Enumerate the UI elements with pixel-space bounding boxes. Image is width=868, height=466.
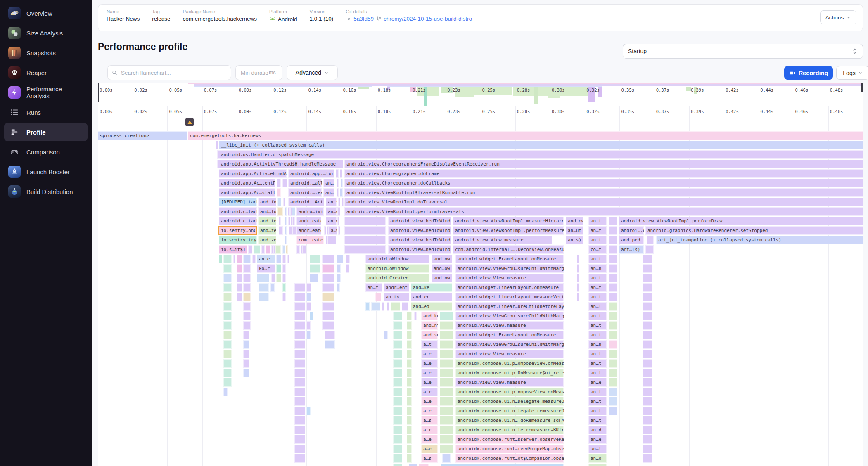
flame-frame[interactable]: an…l [588,302,607,311]
flame-frame[interactable]: a…e [421,397,438,406]
flame-frame[interactable] [337,207,340,216]
flame-frame[interactable]: android.view…hedToWindow [388,236,451,244]
flame-frame[interactable] [407,397,412,406]
flame-frame[interactable] [393,464,402,466]
flame-frame[interactable]: an…t [588,283,607,292]
flame-frame[interactable] [306,331,311,339]
flame-frame[interactable] [282,283,286,292]
flame-frame[interactable] [407,312,412,320]
flame-frame[interactable]: an…t [365,283,382,292]
flame-frame[interactable] [609,302,617,311]
flame-frame[interactable] [223,340,232,349]
flame-frame[interactable] [643,407,652,415]
flame-frame[interactable]: andr…eate [296,217,321,225]
flame-frame[interactable] [387,302,389,311]
flame-frame[interactable] [346,264,349,273]
flame-frame[interactable]: android.view…hedToWindow [388,217,451,225]
flame-frame[interactable] [338,226,340,235]
flame-frame[interactable] [294,331,305,339]
flame-frame[interactable] [237,293,242,301]
flame-frame[interactable] [440,340,453,349]
flame-frame[interactable]: androidx.compose.runt…bserver.observeRea… [455,435,564,444]
flame-frame[interactable] [344,217,386,225]
flame-frame[interactable] [440,369,453,377]
flame-frame[interactable]: android…oWindow [365,255,429,263]
flame-frame[interactable]: android.c…tachInfo [219,207,257,216]
flame-frame[interactable] [382,302,384,311]
flame-frame[interactable]: android…oWindow [365,264,429,273]
flame-frame[interactable] [409,464,417,466]
flame-frame[interactable]: and…er [411,293,452,301]
flame-frame[interactable] [643,293,652,301]
flame-frame[interactable] [643,435,652,444]
flame-frame[interactable] [282,264,286,273]
flame-frame[interactable] [277,198,281,206]
flame-frame[interactable] [243,255,251,263]
flame-frame[interactable] [282,274,286,282]
flame-frame[interactable] [609,283,617,292]
flame-frame[interactable] [384,331,388,339]
search-flamechart-input[interactable] [120,69,227,76]
flame-frame[interactable] [270,283,275,292]
flame-frame[interactable] [294,312,305,320]
flame-frame[interactable] [340,188,343,197]
flame-frame[interactable] [609,293,617,301]
flame-frame[interactable] [407,331,412,339]
flame-frame[interactable]: android.os.Handler.dispatchMessage [219,150,863,159]
flame-frame[interactable]: a…e [421,369,438,377]
flame-frame[interactable] [223,293,232,301]
flame-frame[interactable] [609,321,617,330]
flame-frame[interactable] [407,445,412,453]
flame-frame[interactable] [322,283,334,292]
flame-frame[interactable] [223,312,232,320]
flame-frame[interactable] [440,445,453,453]
flame-frame[interactable] [306,283,311,292]
flame-frame[interactable] [294,350,305,358]
flame-frame[interactable]: and…fo [258,207,276,216]
flame-frame[interactable] [609,312,617,320]
flame-frame[interactable]: and…ow [432,264,452,273]
flame-frame[interactable]: an…ut [566,226,583,235]
flame-frame[interactable]: an…t [588,255,607,263]
flame-frame[interactable] [407,350,412,358]
advanced-button[interactable]: Advanced [287,65,338,80]
flame-frame[interactable] [223,321,232,330]
flame-frame[interactable]: a…e [421,445,438,453]
flame-frame[interactable]: and…te [258,217,276,225]
flame-frame[interactable]: io.s…it$1 [219,245,247,254]
flame-frame[interactable] [643,388,652,396]
flame-frame[interactable] [577,274,579,282]
flame-frame[interactable] [285,217,287,225]
flame-frame[interactable] [324,226,326,235]
flame-frame[interactable]: android.app.…tor.execute [288,169,334,178]
flame-frame[interactable] [279,226,283,235]
flame-frame[interactable] [337,283,340,292]
flame-frame[interactable] [647,236,654,244]
flame-frame[interactable] [643,302,652,311]
flame-frame[interactable] [407,454,412,463]
flame-frame[interactable] [261,245,265,254]
flame-frame[interactable] [294,283,305,292]
flame-frame[interactable] [286,245,288,254]
flame-frame[interactable] [609,369,617,377]
flame-frame[interactable]: android.view.View.measure [455,378,564,387]
flame-frame[interactable]: io.sentry…try.init [219,236,257,244]
flame-frame[interactable]: a…r [421,426,438,434]
flame-frame[interactable]: an…t [588,293,607,301]
flame-frame[interactable]: a…s [421,454,438,463]
commit-link[interactable]: 5a3fd59 [346,16,374,22]
flame-frame[interactable]: an…t [588,397,607,406]
flame-frame[interactable]: an…o [588,454,607,463]
flame-frame[interactable]: a…e [421,435,438,444]
flame-frame[interactable] [440,378,453,387]
flame-frame[interactable] [322,302,334,311]
flame-frame[interactable] [346,255,350,263]
flame-frame[interactable] [643,378,652,387]
flame-frame[interactable] [243,321,251,330]
flame-frame[interactable] [375,293,381,301]
flame-frame[interactable]: android.view.ViewGrou…sureChildWithMargi… [455,340,564,349]
flame-frame[interactable]: android.view.View.measure [455,350,564,358]
flame-frame[interactable] [609,407,617,415]
flame-frame[interactable]: android.view…hedToWindow [388,226,451,235]
flame-frame[interactable] [259,283,269,292]
